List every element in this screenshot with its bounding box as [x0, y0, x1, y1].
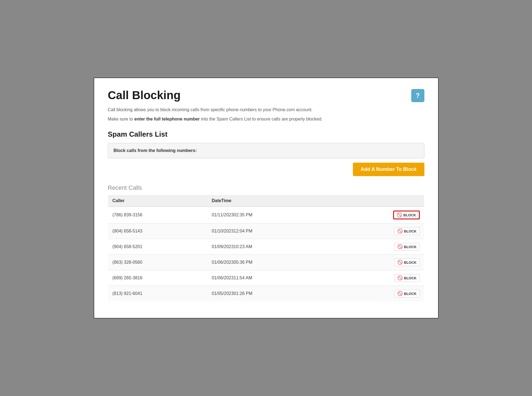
spam-callers-label: Block calls from the following numbers: — [114, 148, 197, 153]
block-icon: 🚫 — [397, 213, 402, 217]
block-label: BLOCK — [404, 276, 416, 280]
cell-block: 🚫BLOCK — [334, 239, 424, 255]
block-label: BLOCK — [404, 245, 416, 249]
block-label: BLOCK — [404, 260, 416, 265]
block-label: BLOCK — [404, 292, 416, 296]
cell-datetime: 01/11/202302:35 PM — [207, 207, 334, 223]
cell-datetime: 01/10/202312:04 PM — [207, 223, 334, 239]
add-button-row: Add A Number To Block — [108, 163, 424, 176]
block-icon: 🚫 — [397, 229, 403, 233]
page-container: Call Blocking ? Call blocking allows you… — [94, 78, 439, 318]
cell-caller: (863) 328-0560 — [108, 255, 207, 270]
block-icon: 🚫 — [397, 260, 403, 265]
block-label: BLOCK — [403, 213, 416, 217]
table-row: (863) 328-056001/06/202305:36 PM🚫BLOCK — [108, 255, 424, 270]
block-button[interactable]: 🚫BLOCK — [394, 274, 419, 282]
block-button[interactable]: 🚫BLOCK — [394, 290, 419, 297]
help-button[interactable]: ? — [411, 89, 424, 102]
block-button[interactable]: 🚫BLOCK — [394, 259, 419, 266]
col-caller: Caller — [108, 195, 207, 207]
cell-caller: (689) 265-3816 — [108, 270, 207, 286]
block-label: BLOCK — [404, 229, 416, 233]
description2-bold: enter the full telephone number — [134, 117, 200, 121]
description2-prefix: Make sure to — [108, 117, 134, 121]
col-action — [334, 195, 424, 207]
cell-datetime: 01/06/202311:54 AM — [207, 270, 334, 286]
cell-block: 🚫BLOCK — [334, 207, 424, 223]
description2-suffix: into the Spam Callers List to ensure cal… — [200, 117, 323, 121]
block-button[interactable]: 🚫BLOCK — [394, 243, 419, 251]
table-row: (786) 839-315601/11/202302:35 PM🚫BLOCK — [108, 207, 424, 223]
block-icon: 🚫 — [397, 291, 403, 296]
cell-caller: (786) 839-3156 — [108, 207, 207, 223]
col-datetime: DateTime — [207, 195, 334, 207]
table-row: (813) 921-604101/05/202301:26 PM🚫BLOCK — [108, 286, 424, 302]
cell-block: 🚫BLOCK — [334, 270, 424, 286]
calls-table: Caller DateTime (786) 839-315601/11/2023… — [108, 195, 424, 302]
block-button[interactable]: 🚫BLOCK — [394, 227, 419, 235]
cell-block: 🚫BLOCK — [334, 255, 424, 270]
table-row: (689) 265-381601/06/202311:54 AM🚫BLOCK — [108, 270, 424, 286]
header-row: Call Blocking ? — [108, 89, 424, 102]
add-number-button[interactable]: Add A Number To Block — [353, 163, 424, 176]
block-icon: 🚫 — [397, 276, 403, 280]
cell-block: 🚫BLOCK — [334, 286, 424, 302]
table-row: (904) 658-514301/10/202312:04 PM🚫BLOCK — [108, 223, 424, 239]
cell-caller: (904) 658-5143 — [108, 223, 207, 239]
description2: Make sure to enter the full telephone nu… — [108, 116, 424, 122]
cell-block: 🚫BLOCK — [334, 223, 424, 239]
spam-callers-title: Spam Callers List — [108, 130, 424, 139]
block-icon: 🚫 — [397, 245, 403, 249]
cell-datetime: 01/06/202305:36 PM — [207, 255, 334, 270]
description1: Call blocking allows you to block incomi… — [108, 107, 424, 113]
spam-callers-box: Block calls from the following numbers: — [108, 143, 424, 158]
cell-datetime: 01/05/202301:26 PM — [207, 286, 334, 302]
recent-calls-title: Recent Calls — [108, 184, 424, 191]
cell-caller: (904) 658-5201 — [108, 239, 207, 255]
page-title: Call Blocking — [108, 89, 181, 102]
cell-datetime: 01/09/202310:23 AM — [207, 239, 334, 255]
table-row: (904) 658-520101/09/202310:23 AM🚫BLOCK — [108, 239, 424, 255]
table-header-row: Caller DateTime — [108, 195, 424, 207]
block-button[interactable]: 🚫BLOCK — [393, 211, 419, 219]
cell-caller: (813) 921-6041 — [108, 286, 207, 302]
